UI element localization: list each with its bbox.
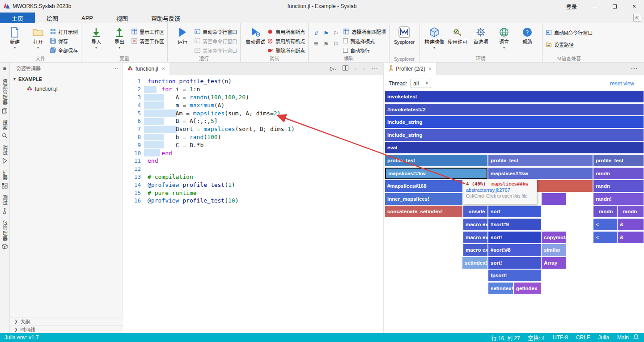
flame-bar[interactable]: #mapslices#168 — [385, 180, 462, 192]
notifications-bell-icon[interactable] — [633, 334, 644, 341]
toggle-comment-icon[interactable]: # — [312, 28, 321, 38]
status-item-3[interactable]: CRLF — [576, 334, 590, 341]
code-line-9[interactable]: 9 C = B.*b — [123, 141, 383, 149]
set-path-button[interactable]: 设置路径 — [546, 40, 593, 49]
code-line-2[interactable]: 2 for i = 1:n — [123, 85, 383, 93]
flame-bar[interactable]: concatenate_setindex! — [385, 206, 462, 217]
code-line-7[interactable]: 7 Bsort = mapslices(sort, B; dims=1) — [123, 125, 383, 133]
save-button[interactable]: 保存 — [50, 37, 78, 45]
flame-bar[interactable]: inner_mapslices! — [385, 193, 462, 205]
show-workspace-button[interactable]: 显示工作区 — [131, 27, 164, 36]
forward-icon[interactable]: › — [363, 65, 365, 72]
open-example-button[interactable]: 打开示例 — [50, 27, 78, 36]
panel-more-icon[interactable]: ⋯ — [631, 64, 638, 73]
tree-item-function-jl[interactable]: function.jl — [10, 84, 123, 94]
code-line-3[interactable]: 3 A = randn(100,100,20) — [123, 93, 383, 101]
prev-bookmark-icon[interactable]: ⚐ — [331, 28, 340, 38]
code-line-10[interactable]: 10 end — [123, 149, 383, 157]
clear-workspace-button[interactable]: 清空工作区 — [131, 37, 164, 45]
run-file-icon[interactable]: ▷˅ — [330, 65, 337, 72]
code-line-6[interactable]: 6 B = A[:,:,5] — [123, 117, 383, 125]
clear-bookmark-icon[interactable]: ⚑ — [322, 39, 330, 49]
flame-bar[interactable]: #sort#9 — [488, 219, 541, 230]
language-button[interactable]: 语言▾ — [492, 25, 516, 49]
start-cmd-window-button[interactable]: 启动命令行窗口 — [194, 27, 237, 36]
start-m-cmd-button[interactable]: 启动M命令行窗口 — [546, 28, 593, 37]
status-item-1[interactable]: 空格: 4 — [528, 334, 545, 342]
sidebar-item-2[interactable]: 调试 — [1, 142, 8, 167]
flame-bar[interactable]: getindex — [514, 283, 541, 294]
disable-breakpoints-button[interactable]: 禁用所有断点 — [267, 37, 305, 45]
status-item-5[interactable]: Main — [617, 334, 629, 341]
flame-bar[interactable]: include_string — [385, 116, 644, 128]
hamburger-menu-icon[interactable]: ≡ — [3, 65, 7, 72]
word-wrap-checkbox[interactable]: 自动换行 — [343, 46, 386, 55]
flame-bar[interactable]: similar — [542, 244, 566, 256]
code-line-13[interactable]: 13# compilation — [123, 173, 383, 181]
code-line-8[interactable]: 8 b = rand(100) — [123, 133, 383, 141]
timeline-section[interactable]: ❯ 时间线 — [10, 325, 123, 333]
flame-bar[interactable]: #invokelatest#2 — [385, 104, 644, 115]
ribbon-tab-2[interactable]: APP — [70, 13, 105, 23]
code-line-12[interactable]: 12 — [123, 165, 383, 173]
sysplorer-button[interactable]: Sysplorer — [393, 25, 416, 45]
code-line-15[interactable]: 15# pure runtime — [123, 189, 383, 197]
thread-select[interactable]: all ▼ — [411, 79, 431, 88]
close-button[interactable]: × — [624, 0, 644, 13]
tree-root-example[interactable]: ▼ EXAMPLE — [10, 74, 123, 84]
code-area[interactable]: 1function profile_test(n)2 for i = 1:n3 … — [123, 75, 383, 333]
flame-bar[interactable]: Array — [542, 257, 566, 269]
close-cmd-window-button[interactable]: 关闭命令行窗口 — [194, 46, 237, 55]
license-button[interactable]: 使用许可 — [446, 25, 469, 45]
code-line-16[interactable]: 16@profview profile_test(10) — [123, 197, 383, 205]
flame-bar[interactable]: mapslices##kw — [488, 168, 593, 179]
sidebar-item-5[interactable]: 包管理器 — [1, 217, 8, 253]
run-button[interactable]: 运行 — [171, 25, 194, 45]
flame-bar[interactable]: randn! — [593, 193, 644, 205]
export-button[interactable]: 导出▾ — [108, 25, 131, 49]
preferences-button[interactable]: 首选项 — [469, 25, 492, 45]
start-debug-button[interactable]: 启动调试 — [244, 25, 267, 45]
maximize-button[interactable] — [605, 0, 624, 13]
flame-bar[interactable]: include_string — [385, 129, 644, 141]
build-image-button[interactable]: 构建映像▾ — [423, 25, 446, 49]
flame-bar[interactable]: profile_test — [593, 155, 644, 166]
status-item-2[interactable]: UTF-8 — [553, 334, 568, 341]
flame-bar[interactable]: profile_test — [385, 155, 487, 166]
next-bookmark-icon[interactable]: ⚐ — [331, 39, 340, 49]
status-item-4[interactable]: Julia — [598, 334, 609, 341]
flame-bar[interactable]: mapslices##kw — [385, 168, 487, 179]
flame-bar[interactable]: setindex! — [488, 283, 513, 294]
close-tab-icon[interactable]: × — [428, 66, 432, 72]
format-icon[interactable]: ≣ — [312, 39, 321, 49]
back-icon[interactable]: ‹ — [355, 65, 356, 72]
sidebar-item-1[interactable]: 搜索 — [1, 117, 8, 142]
flame-bar[interactable]: eval — [385, 142, 644, 153]
sidebar-item-3[interactable]: 扩展 — [1, 167, 8, 192]
flame-bar[interactable]: invokelatest — [385, 91, 644, 102]
flame-bar[interactable]: & — [618, 219, 644, 230]
ribbon-tab-4[interactable]: 帮助与反馈 — [140, 13, 192, 23]
code-line-14[interactable]: 14@profview profile_test(1) — [123, 181, 383, 189]
code-line-11[interactable]: 11end — [123, 157, 383, 165]
flame-bar[interactable]: < — [593, 232, 617, 243]
login-link[interactable]: 登录 — [558, 3, 585, 10]
flame-bar[interactable]: copymuta — [542, 232, 566, 243]
code-line-5[interactable]: 5 Am = mapslices(sum, A; dims=2) — [123, 109, 383, 117]
select-all-matches-button[interactable]: 选择所有匹配项 — [343, 27, 386, 36]
ribbon-tab-3[interactable]: 视图 — [105, 13, 140, 23]
flame-bar[interactable]: _unsafe_g — [463, 206, 487, 217]
status-item-0[interactable]: 行 16, 列 27 — [491, 334, 520, 342]
save-all-button[interactable]: 全部保存 — [50, 46, 78, 55]
ribbon-tab-1[interactable]: 绘图 — [35, 13, 70, 23]
flame-bar[interactable]: & — [618, 232, 644, 243]
help-button[interactable]: ? 帮助 — [516, 25, 539, 45]
flame-bar[interactable]: randn — [593, 168, 644, 179]
flame-bar[interactable]: _randn — [618, 206, 644, 217]
split-editor-icon[interactable] — [343, 65, 348, 72]
column-select-mode-checkbox[interactable]: 列选择模式 — [343, 37, 386, 45]
import-button[interactable]: 导入▾ — [85, 25, 108, 49]
flame-bar[interactable]: sort! — [488, 232, 541, 243]
flame-bar[interactable]: _randn — [593, 206, 617, 217]
minimize-button[interactable]: – — [585, 0, 605, 13]
